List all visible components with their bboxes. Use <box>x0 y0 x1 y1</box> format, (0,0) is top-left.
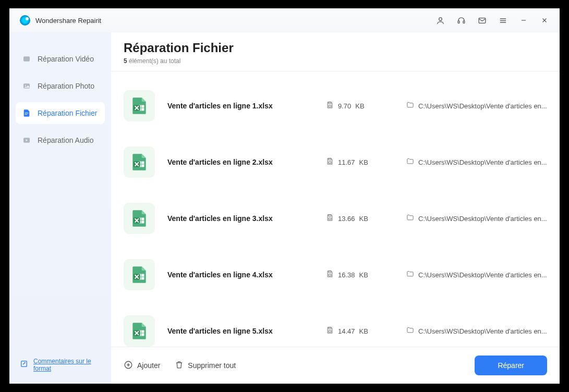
delete-label: Supprimer tout <box>188 361 236 370</box>
svg-rect-33 <box>329 215 331 216</box>
file-size: 16.38 KB <box>326 270 394 279</box>
file-row[interactable]: Vente d'articles en ligne 2.xlsx 11.67 K… <box>124 134 547 190</box>
disk-icon <box>326 101 334 111</box>
plus-circle-icon <box>124 360 133 371</box>
item-count: 5 <box>124 57 127 65</box>
file-row[interactable]: Vente d'articles en ligne 3.xlsx 13.66 K… <box>124 190 547 247</box>
page-subtitle: 5 élément(s) au total <box>124 57 547 65</box>
xlsx-icon <box>124 146 155 178</box>
folder-icon <box>406 214 414 223</box>
titlebar-right <box>435 16 549 25</box>
sidebar-item-video[interactable]: Réparation Vidéo <box>16 48 105 70</box>
feedback-link[interactable]: Commentaires sur le format <box>33 358 101 372</box>
sidebar-item-photo[interactable]: Réparation Photo <box>16 75 105 97</box>
file-path: C:\Users\WS\Desktop\Vente d'articles en.… <box>406 157 547 167</box>
sidebar-nav: Réparation Vidéo Réparation Photo Répara… <box>16 48 105 356</box>
sidebar-item-label: Réparation Fichier <box>38 109 97 117</box>
headset-icon[interactable] <box>456 16 466 25</box>
close-icon[interactable] <box>540 16 549 25</box>
video-icon <box>22 54 31 64</box>
file-icon <box>22 108 31 118</box>
file-list: Vente d'articles en ligne 1.xlsx 9.70 KB… <box>111 71 560 347</box>
minimize-icon[interactable] <box>519 16 528 25</box>
sidebar-item-audio[interactable]: Réparation Audio <box>16 129 105 151</box>
path-text: C:\Users\WS\Desktop\Vente d'articles en.… <box>418 158 547 166</box>
delete-all-button[interactable]: Supprimer tout <box>175 360 236 371</box>
file-path: C:\Users\WS\Desktop\Vente d'articles en.… <box>406 326 547 336</box>
folder-icon <box>406 270 414 279</box>
size-unit: KB <box>359 271 368 279</box>
file-size: 14.47 KB <box>326 326 394 336</box>
sidebar-footer: Commentaires sur le format <box>16 356 105 374</box>
size-value: 11.67 <box>338 158 355 166</box>
file-path: C:\Users\WS\Desktop\Vente d'articles en.… <box>406 270 547 279</box>
file-size: 11.67 KB <box>326 157 394 167</box>
content-footer: Ajouter Supprimer tout Réparer <box>111 347 560 384</box>
file-row[interactable]: Vente d'articles en ligne 1.xlsx 9.70 KB… <box>124 78 547 134</box>
path-text: C:\Users\WS\Desktop\Vente d'articles en.… <box>418 271 547 279</box>
feedback-icon <box>20 360 28 370</box>
file-name: Vente d'articles en ligne 3.xlsx <box>167 214 313 223</box>
menu-icon[interactable] <box>498 16 507 25</box>
svg-rect-45 <box>329 327 331 329</box>
folder-icon <box>406 157 414 167</box>
file-row[interactable]: Vente d'articles en ligne 5.xlsx 14.47 K… <box>124 303 547 347</box>
path-text: C:\Users\WS\Desktop\Vente d'articles en.… <box>418 327 547 335</box>
sidebar-item-label: Réparation Vidéo <box>38 55 94 63</box>
file-size: 13.66 KB <box>326 214 394 223</box>
svg-rect-27 <box>329 158 331 160</box>
xlsx-icon <box>124 315 155 347</box>
file-path: C:\Users\WS\Desktop\Vente d'articles en.… <box>406 214 547 223</box>
titlebar-left: Wondershare Repairit <box>20 15 435 26</box>
size-value: 13.66 <box>338 215 355 223</box>
size-value: 16.38 <box>338 271 355 279</box>
path-text: C:\Users\WS\Desktop\Vente d'articles en.… <box>418 215 547 223</box>
xlsx-icon <box>124 203 155 234</box>
disk-icon <box>326 270 334 279</box>
add-label: Ajouter <box>137 361 160 370</box>
svg-rect-40 <box>329 274 331 276</box>
add-button[interactable]: Ajouter <box>124 360 160 371</box>
disk-icon <box>326 326 334 336</box>
size-value: 9.70 <box>338 102 351 110</box>
file-row[interactable]: Vente d'articles en ligne 4.xlsx 16.38 K… <box>124 247 547 303</box>
user-icon[interactable] <box>435 16 445 25</box>
main-area: Réparation Vidéo Réparation Photo Répara… <box>9 32 560 384</box>
size-unit: KB <box>355 102 364 110</box>
xlsx-icon <box>124 90 155 121</box>
file-name: Vente d'articles en ligne 5.xlsx <box>167 327 313 335</box>
svg-rect-14 <box>25 114 28 115</box>
photo-icon <box>22 81 31 91</box>
size-value: 14.47 <box>338 327 355 335</box>
app-title: Wondershare Repairit <box>35 17 101 24</box>
sidebar-item-label: Réparation Audio <box>38 136 93 144</box>
sidebar: Réparation Vidéo Réparation Photo Répara… <box>9 32 111 384</box>
trash-icon <box>175 360 184 371</box>
audio-icon <box>22 136 31 145</box>
sidebar-item-file[interactable]: Réparation Fichier <box>16 102 105 124</box>
svg-rect-10 <box>23 56 30 61</box>
page-title: Réparation Fichier <box>124 41 547 55</box>
titlebar: Wondershare Repairit <box>9 8 560 32</box>
folder-icon <box>406 326 414 336</box>
svg-rect-1 <box>458 21 459 23</box>
app-logo-icon <box>20 15 30 26</box>
svg-rect-46 <box>329 330 331 332</box>
disk-icon <box>326 214 334 223</box>
size-unit: KB <box>359 327 368 335</box>
svg-rect-21 <box>329 102 331 104</box>
repair-button[interactable]: Réparer <box>475 356 547 375</box>
mail-icon[interactable] <box>477 16 487 25</box>
disk-icon <box>326 157 334 167</box>
svg-point-12 <box>25 85 26 86</box>
file-name: Vente d'articles en ligne 2.xlsx <box>167 158 313 166</box>
svg-rect-34 <box>329 218 331 219</box>
app-window: Wondershare Repairit <box>9 8 560 384</box>
subtitle-suffix: élément(s) au total <box>129 57 180 65</box>
size-unit: KB <box>359 158 368 166</box>
content-header: Réparation Fichier 5 élément(s) au total <box>111 32 560 71</box>
file-size: 9.70 KB <box>326 101 394 111</box>
svg-rect-39 <box>329 271 331 273</box>
sidebar-item-label: Réparation Photo <box>38 82 94 90</box>
svg-rect-2 <box>463 21 465 23</box>
